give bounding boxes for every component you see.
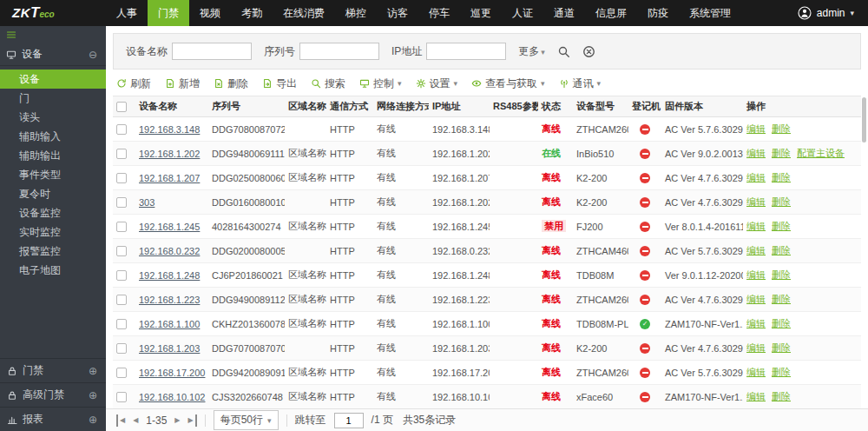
device-name-link[interactable]: 192.168.1.223 [139, 295, 200, 305]
device-name-link[interactable]: 303 [139, 197, 155, 208]
row-checkbox[interactable] [116, 149, 127, 159]
action-link[interactable]: 编辑 [746, 367, 766, 377]
top-menu-item-4[interactable]: 在线消费 [273, 0, 335, 26]
action-link[interactable]: 删除 [772, 294, 791, 304]
row-checkbox[interactable] [116, 392, 127, 402]
action-link[interactable]: 删除 [772, 342, 791, 353]
top-menu-item-6[interactable]: 访客 [377, 0, 418, 26]
first-page-button[interactable]: ◀ [116, 414, 125, 427]
top-menu-item-3[interactable]: 考勤 [231, 0, 273, 26]
action-link[interactable]: 删除 [772, 123, 791, 134]
user-menu[interactable]: admin ▾ [798, 6, 868, 20]
prev-page-button[interactable]: ◀ [133, 414, 138, 427]
search-button[interactable] [557, 45, 570, 58]
row-checkbox[interactable] [116, 197, 127, 208]
device-name-link[interactable]: 192.168.17.200 [139, 368, 205, 378]
row-checkbox[interactable] [116, 173, 127, 183]
sidebar-item-4[interactable]: 辅助输出 [0, 146, 106, 165]
action-link[interactable]: 删除 [772, 221, 791, 231]
column-header-0[interactable]: 设备名称 [135, 96, 208, 117]
top-menu-item-9[interactable]: 人证 [502, 0, 543, 26]
row-checkbox[interactable] [116, 295, 127, 305]
action-link[interactable]: 删除 [772, 318, 791, 328]
row-checkbox[interactable] [116, 270, 127, 281]
action-link[interactable]: 删除 [772, 196, 791, 207]
action-link[interactable]: 删除 [772, 367, 791, 377]
column-header-10[interactable]: 固件版本 [661, 96, 743, 117]
action-link[interactable]: 配置主设备 [797, 148, 845, 158]
device-name-link[interactable]: 192.168.1.100 [139, 319, 200, 329]
column-header-7[interactable]: 状态 [538, 96, 573, 117]
sidebar-section-header[interactable]: 设备 ⊖ [0, 43, 106, 66]
column-header-11[interactable]: 操作 [743, 96, 861, 117]
action-link[interactable]: 编辑 [746, 221, 766, 231]
sidebar-item-5[interactable]: 事件类型 [0, 165, 106, 184]
device-name-link[interactable]: 192.168.1.207 [139, 173, 200, 183]
action-link[interactable]: 删除 [772, 148, 791, 158]
clear-search-button[interactable] [582, 45, 595, 58]
toolbar-search-button[interactable]: 搜索 [311, 76, 345, 91]
expand-icon[interactable]: ⊕ [89, 414, 97, 426]
action-link[interactable]: 编辑 [746, 342, 766, 353]
column-header-6[interactable]: RS485参数 [490, 96, 538, 117]
action-link[interactable]: 编辑 [746, 294, 766, 304]
action-link[interactable]: 删除 [772, 245, 791, 255]
top-menu-item-13[interactable]: 系统管理 [679, 0, 741, 26]
sidebar-item-10[interactable]: 电子地图 [0, 261, 106, 280]
sidebar-item-1[interactable]: 门 [0, 89, 106, 108]
row-checkbox[interactable] [116, 343, 127, 354]
action-link[interactable]: 删除 [772, 269, 791, 280]
column-header-1[interactable]: 序列号 [208, 96, 285, 117]
sidebar-toggle-button[interactable] [0, 26, 106, 43]
device-name-link[interactable]: 192.168.1.203 [139, 343, 200, 354]
expand-icon[interactable]: ⊕ [89, 389, 97, 401]
action-link[interactable]: 编辑 [746, 172, 766, 182]
sidebar-item-0[interactable]: 设备 [0, 70, 106, 89]
action-link[interactable]: 编辑 [746, 391, 766, 401]
action-link[interactable]: 编辑 [746, 245, 766, 255]
top-menu-item-7[interactable]: 停车 [418, 0, 460, 26]
top-menu-item-5[interactable]: 梯控 [335, 0, 377, 26]
toolbar-doc-del-button[interactable]: 删除 [214, 76, 248, 91]
column-header-8[interactable]: 设备型号 [573, 96, 628, 117]
search-field-input-1[interactable] [299, 43, 379, 60]
top-menu-item-11[interactable]: 信息屏 [585, 0, 637, 26]
sidebar-item-2[interactable]: 读头 [0, 108, 106, 127]
search-field-input-0[interactable] [172, 43, 252, 60]
column-header-4[interactable]: 网络连接方式 [373, 96, 429, 117]
device-name-link[interactable]: 192.168.1.202 [139, 149, 200, 159]
action-link[interactable]: 编辑 [746, 318, 766, 328]
sidebar-item-6[interactable]: 夏令时 [0, 184, 106, 203]
top-menu-item-1[interactable]: 门禁 [148, 0, 189, 26]
row-checkbox[interactable] [116, 124, 127, 135]
sidebar-bottom-item-1[interactable]: 高级门禁⊕ [0, 382, 106, 407]
action-link[interactable]: 删除 [772, 172, 791, 182]
top-menu-item-8[interactable]: 巡更 [460, 0, 502, 26]
toolbar-doc-add-button[interactable]: 新增 [165, 76, 200, 91]
column-header-2[interactable]: 区域名称 [285, 96, 326, 117]
sidebar-item-8[interactable]: 实时监控 [0, 222, 106, 242]
sidebar-item-7[interactable]: 设备监控 [0, 203, 106, 222]
rows-per-page-select[interactable]: 每页50行 ▾ [214, 410, 279, 430]
action-link[interactable]: 编辑 [746, 269, 766, 280]
toolbar-control-button[interactable]: 控制▾ [359, 76, 402, 91]
action-link[interactable]: 编辑 [746, 196, 766, 207]
jump-page-input[interactable] [334, 413, 364, 428]
action-link[interactable]: 编辑 [746, 148, 766, 158]
last-page-button[interactable]: ▶ [188, 414, 197, 427]
select-all-checkbox[interactable] [116, 102, 127, 112]
action-link[interactable]: 删除 [772, 391, 791, 401]
row-checkbox[interactable] [116, 319, 127, 329]
device-name-link[interactable]: 192.168.0.232 [139, 246, 200, 256]
device-name-link[interactable]: 192.168.1.248 [139, 270, 200, 281]
device-name-link[interactable]: 192.168.3.148 [139, 124, 200, 135]
top-menu-item-10[interactable]: 通道 [543, 0, 585, 26]
toolbar-gear-button[interactable]: 设置▾ [416, 76, 458, 91]
sidebar-item-3[interactable]: 辅助输入 [0, 127, 106, 146]
sidebar-bottom-item-2[interactable]: 报表⊕ [0, 407, 106, 431]
top-menu-item-0[interactable]: 人事 [106, 0, 148, 26]
toolbar-comm-button[interactable]: 通讯▾ [559, 76, 602, 91]
search-field-input-2[interactable] [426, 43, 506, 60]
top-menu-item-2[interactable]: 视频 [189, 0, 231, 26]
toolbar-refresh-button[interactable]: 刷新 [116, 76, 151, 91]
